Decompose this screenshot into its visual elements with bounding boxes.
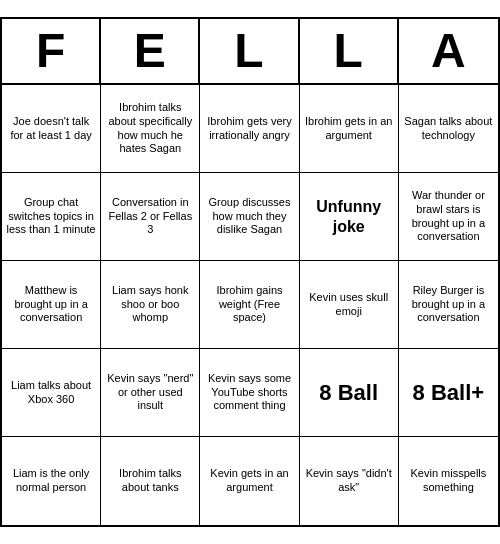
title-letter-f: F (2, 19, 101, 83)
bingo-cell-1: Ibrohim talks about specifically how muc… (101, 85, 200, 173)
bingo-cell-24: Kevin misspells something (399, 437, 498, 525)
title-letter-a: A (399, 19, 498, 83)
bingo-title: FELLA (2, 19, 498, 85)
bingo-cell-17: Kevin says some YouTube shorts comment t… (200, 349, 299, 437)
bingo-cell-10: Matthew is brought up in a conversation (2, 261, 101, 349)
bingo-cell-21: Ibrohim talks about tanks (101, 437, 200, 525)
bingo-cell-19: 8 Ball+ (399, 349, 498, 437)
bingo-cell-9: War thunder or brawl stars is brought up… (399, 173, 498, 261)
bingo-cell-22: Kevin gets in an argument (200, 437, 299, 525)
title-letter-l: L (200, 19, 299, 83)
bingo-cell-15: Liam talks about Xbox 360 (2, 349, 101, 437)
bingo-cell-8: Unfunny joke (300, 173, 399, 261)
bingo-cell-11: Liam says honk shoo or boo whomp (101, 261, 200, 349)
bingo-cell-18: 8 Ball (300, 349, 399, 437)
bingo-cell-6: Conversation in Fellas 2 or Fellas 3 (101, 173, 200, 261)
title-letter-l: L (300, 19, 399, 83)
bingo-cell-5: Group chat switches topics in less than … (2, 173, 101, 261)
bingo-cell-13: Kevin uses skull emoji (300, 261, 399, 349)
title-letter-e: E (101, 19, 200, 83)
bingo-cell-7: Group discusses how much they dislike Sa… (200, 173, 299, 261)
bingo-cell-14: Riley Burger is brought up in a conversa… (399, 261, 498, 349)
bingo-grid: Joe doesn't talk for at least 1 dayIbroh… (2, 85, 498, 525)
bingo-cell-2: Ibrohim gets very irrationally angry (200, 85, 299, 173)
bingo-cell-12: Ibrohim gains weight (Free space) (200, 261, 299, 349)
bingo-cell-23: Kevin says "didn't ask" (300, 437, 399, 525)
bingo-cell-16: Kevin says "nerd" or other used insult (101, 349, 200, 437)
bingo-cell-4: Sagan talks about technology (399, 85, 498, 173)
bingo-cell-0: Joe doesn't talk for at least 1 day (2, 85, 101, 173)
bingo-card: FELLA Joe doesn't talk for at least 1 da… (0, 17, 500, 527)
bingo-cell-20: Liam is the only normal person (2, 437, 101, 525)
bingo-cell-3: Ibrohim gets in an argument (300, 85, 399, 173)
